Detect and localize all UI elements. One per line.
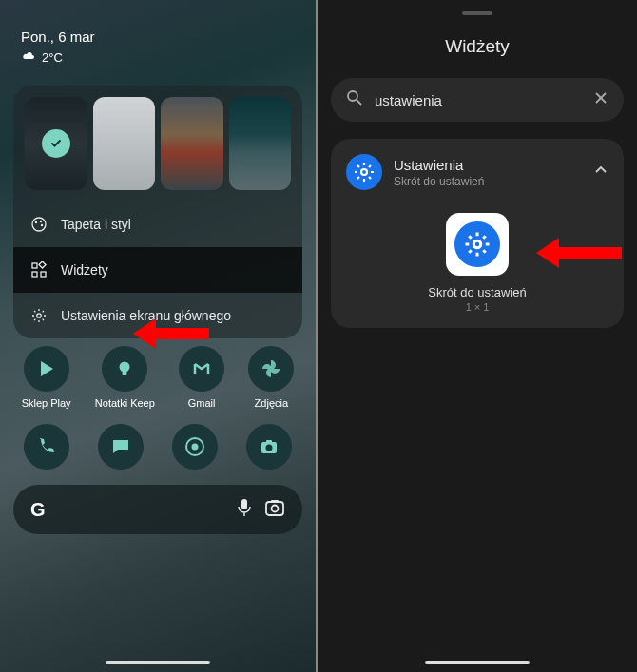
google-icon: G (30, 499, 46, 521)
group-subtitle: Skrót do ustawień (394, 175, 582, 188)
menu-label: Tapeta i styl (61, 217, 131, 232)
status-area: Pon., 6 mar 2°C (0, 0, 316, 74)
sheet-title: Widżety (318, 36, 637, 57)
svg-rect-6 (41, 272, 46, 277)
play-icon (24, 346, 69, 392)
palette-icon (30, 216, 48, 233)
app-label: Sklep Play (22, 397, 71, 409)
widget-tile (446, 213, 509, 276)
app-row: Sklep Play Notatki Keep Gmail Zdjęcia (0, 338, 316, 409)
gear-icon (30, 307, 48, 324)
svg-point-9 (120, 362, 130, 373)
wallpaper-option-2[interactable] (93, 97, 156, 190)
clear-icon[interactable] (593, 90, 608, 109)
favorites-row (0, 409, 316, 470)
app-chrome[interactable] (172, 424, 218, 470)
svg-point-0 (32, 218, 46, 231)
settings-app-icon (346, 154, 382, 190)
svg-point-12 (192, 444, 199, 451)
svg-point-18 (272, 506, 279, 512)
svg-point-20 (348, 91, 357, 101)
svg-point-24 (361, 169, 367, 175)
widgets-sheet-panel: Widżety Ustawienia Skrót do ustawień (318, 0, 637, 672)
app-camera[interactable] (246, 424, 292, 470)
widget-search-field[interactable] (331, 78, 624, 122)
temperature-text: 2°C (42, 50, 63, 65)
menu-widgets[interactable]: Widżety (13, 247, 302, 293)
check-icon (42, 129, 70, 158)
wallpaper-option-1[interactable] (25, 97, 87, 190)
app-messages[interactable] (98, 424, 144, 470)
wallpaper-previews (13, 86, 302, 202)
group-title: Ustawienia (394, 157, 582, 173)
menu-label: Widżety (61, 262, 108, 278)
svg-rect-10 (123, 372, 127, 375)
svg-line-21 (357, 100, 361, 105)
weather-row[interactable]: 2°C (21, 50, 295, 65)
nav-handle[interactable] (106, 661, 210, 664)
app-play-store[interactable]: Sklep Play (22, 346, 71, 409)
svg-point-3 (41, 224, 43, 226)
menu-home-settings[interactable]: Ustawienia ekranu głównego (13, 293, 302, 338)
svg-rect-4 (32, 263, 37, 268)
app-gmail[interactable]: Gmail (179, 346, 224, 409)
app-phone[interactable] (24, 424, 69, 470)
svg-point-2 (40, 221, 42, 222)
search-icon (346, 89, 363, 110)
search-bar[interactable]: G (13, 485, 302, 534)
mic-icon[interactable] (236, 498, 253, 521)
svg-rect-5 (32, 272, 37, 277)
wallpaper-option-3[interactable] (161, 97, 223, 190)
svg-rect-17 (266, 502, 283, 515)
app-label: Notatki Keep (95, 397, 155, 409)
group-header[interactable]: Ustawienia Skrót do ustawień (346, 154, 608, 190)
date-text[interactable]: Pon., 6 mar (21, 29, 295, 45)
gear-icon (454, 221, 500, 267)
svg-rect-16 (241, 499, 247, 509)
app-photos[interactable]: Zdjęcia (248, 346, 294, 409)
home-context-menu: Tapeta i styl Widżety Ustawienia ekranu … (13, 86, 302, 338)
widgets-icon (30, 261, 48, 278)
svg-point-25 (473, 240, 481, 248)
svg-rect-15 (266, 440, 272, 443)
cloud-icon (21, 50, 36, 65)
chevron-up-icon (593, 163, 608, 182)
app-label: Zdjęcia (255, 397, 288, 409)
app-label: Gmail (188, 397, 216, 409)
wallpaper-option-4[interactable] (229, 97, 292, 190)
bulb-icon (102, 346, 147, 392)
sheet-handle[interactable] (462, 11, 492, 15)
svg-rect-19 (271, 500, 279, 503)
svg-point-14 (266, 445, 273, 451)
svg-point-1 (35, 221, 37, 223)
menu-wallpaper-style[interactable]: Tapeta i styl (13, 202, 302, 247)
app-keep[interactable]: Notatki Keep (95, 346, 155, 409)
menu-label: Ustawienia ekranu głównego (61, 308, 231, 323)
widget-preview[interactable]: Skrót do ustawień 1 × 1 (346, 213, 608, 313)
svg-point-8 (37, 314, 41, 317)
home-screen-panel: Pon., 6 mar 2°C Tapeta i styl (0, 0, 316, 672)
lens-icon[interactable] (264, 498, 285, 521)
nav-handle[interactable] (425, 661, 530, 664)
svg-rect-7 (39, 261, 46, 268)
widget-group-settings: Ustawienia Skrót do ustawień Skrót do us… (331, 139, 624, 328)
widget-label: Skrót do ustawień (428, 285, 526, 299)
photos-icon (248, 346, 294, 392)
gmail-icon (179, 346, 224, 392)
widget-size: 1 × 1 (466, 301, 490, 313)
search-input[interactable] (375, 92, 582, 108)
